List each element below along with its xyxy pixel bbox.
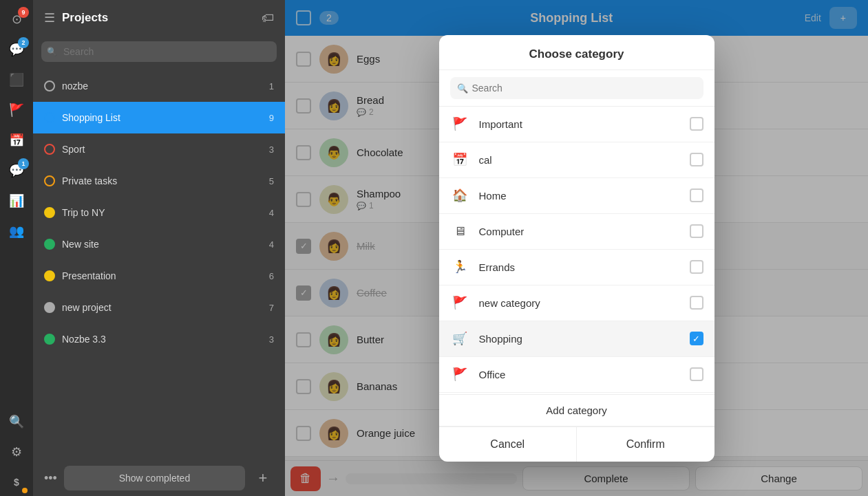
project-dot: [44, 80, 55, 91]
add-category-button[interactable]: Add category: [439, 394, 714, 427]
more-options-button[interactable]: •••: [44, 471, 57, 486]
category-item-computer[interactable]: 🖥 Computer: [439, 214, 714, 250]
sidebar-tag-icon[interactable]: 🏷: [262, 11, 274, 25]
project-dot: [44, 175, 55, 186]
sidebar-footer: ••• Show completed +: [33, 460, 285, 496]
category-item-new-category[interactable]: 🚩 new category: [439, 285, 714, 321]
project-name: new project: [62, 302, 262, 313]
sidebar-item-nozbe-3.3[interactable]: Nozbe 3.3 3: [33, 323, 285, 355]
category-item-errands[interactable]: 🏃 Errands: [439, 250, 714, 285]
sidebar-item-private-tasks[interactable]: Private tasks 5: [33, 165, 285, 197]
project-name: Private tasks: [62, 175, 262, 186]
sidebar-item-presentation[interactable]: Presentation 6: [33, 260, 285, 292]
category-checkbox[interactable]: [690, 260, 703, 274]
icon-bar-messages[interactable]: 💬 2: [3, 36, 30, 63]
category-item-important[interactable]: 🚩 Important: [439, 107, 714, 142]
category-item-office[interactable]: 🚩 Office: [439, 357, 714, 393]
message-badge: 2: [18, 37, 29, 48]
project-dot: [44, 334, 55, 345]
icon-bar-team[interactable]: 👥: [3, 217, 30, 245]
sidebar-search-container: [33, 36, 285, 67]
category-icon: 🚩: [450, 293, 469, 312]
project-name: nozbe: [62, 80, 262, 91]
category-name: Office: [479, 369, 680, 380]
category-modal: Choose category 🚩 Important 📅 cal 🏠 Home…: [439, 35, 714, 462]
category-checkbox[interactable]: [690, 296, 703, 310]
icon-bar-analytics[interactable]: 📊: [3, 187, 30, 215]
add-project-button[interactable]: +: [252, 467, 274, 489]
project-count: 4: [269, 208, 274, 218]
category-checkbox[interactable]: [690, 188, 703, 202]
icon-bar-comments[interactable]: 💬 1: [3, 157, 30, 184]
sidebar-item-new-site[interactable]: New site 4: [33, 228, 285, 260]
project-count: 5: [269, 176, 274, 186]
project-list: nozbe 1 Shopping List 9 Sport 3 Private …: [33, 67, 285, 460]
project-dot: [44, 239, 55, 250]
category-checkbox[interactable]: [690, 153, 703, 166]
icon-bar: ⊙ 9 💬 2 ⬛ 🚩 📅 💬 1 📊 👥 🔍 ⚙ $: [0, 0, 33, 496]
modal-overlay: Choose category 🚩 Important 📅 cal 🏠 Home…: [285, 0, 868, 496]
modal-search-container: [439, 70, 714, 107]
project-count: 9: [269, 113, 274, 123]
sidebar-search-input[interactable]: [41, 41, 277, 62]
category-list: 🚩 Important 📅 cal 🏠 Home 🖥 Computer 🏃 Er…: [439, 107, 714, 394]
category-name: cal: [479, 154, 680, 166]
icon-bar-settings[interactable]: ⚙: [3, 438, 30, 466]
category-icon: 🚩: [450, 114, 469, 133]
project-dot: [44, 207, 55, 218]
category-name: new category: [479, 297, 680, 309]
sidebar-title: Projects: [62, 11, 255, 25]
project-name: Shopping List: [62, 112, 262, 123]
category-icon: 🏠: [450, 186, 469, 205]
modal-cancel-button[interactable]: Cancel: [439, 427, 578, 462]
category-checkbox[interactable]: [690, 224, 703, 238]
category-item-cal[interactable]: 📅 cal: [439, 142, 714, 178]
modal-footer: Cancel Confirm: [439, 427, 714, 462]
icon-bar-calendar[interactable]: 📅: [3, 127, 30, 154]
show-completed-button[interactable]: Show completed: [64, 466, 245, 490]
category-name: Errands: [479, 261, 680, 273]
project-count: 3: [269, 334, 274, 345]
project-name: Trip to NY: [62, 207, 262, 218]
sidebar-item-trip-to-ny[interactable]: Trip to NY 4: [33, 197, 285, 228]
sidebar: ☰ Projects 🏷 nozbe 1 Shopping List 9 Spo…: [33, 0, 285, 496]
sidebar-projects-icon: ☰: [44, 10, 55, 25]
project-name: Nozbe 3.3: [62, 334, 262, 345]
category-checkbox[interactable]: [690, 117, 703, 131]
sidebar-header: ☰ Projects 🏷: [33, 0, 285, 36]
project-name: Presentation: [62, 270, 262, 281]
category-checkbox[interactable]: [690, 367, 703, 381]
modal-search-input[interactable]: [450, 77, 703, 99]
project-count: 1: [269, 81, 274, 91]
project-count: 7: [269, 303, 274, 313]
modal-confirm-button[interactable]: Confirm: [577, 427, 714, 462]
main-content: 2 Shopping List Edit + 👩 Eggs 👩 Bread 💬 …: [285, 0, 868, 496]
category-icon: 🛒: [450, 329, 469, 348]
modal-title: Choose category: [529, 47, 624, 61]
icon-bar-billing[interactable]: $: [3, 468, 30, 496]
project-count: 3: [269, 144, 274, 155]
sidebar-item-sport[interactable]: Sport 3: [33, 133, 285, 165]
project-dot: [44, 270, 55, 281]
icon-bar-notifications[interactable]: ⊙ 9: [3, 6, 30, 33]
category-icon: 🏃: [450, 257, 469, 277]
category-icon: 🚩: [450, 365, 469, 384]
icon-bar-projects[interactable]: ⬛: [3, 66, 30, 94]
project-name: New site: [62, 239, 262, 250]
modal-header: Choose category: [439, 35, 714, 70]
category-icon: 🖥: [450, 222, 469, 241]
icon-bar-flags[interactable]: 🚩: [3, 96, 30, 124]
sidebar-item-new-project[interactable]: new project 7: [33, 292, 285, 323]
sidebar-item-shopping-list[interactable]: Shopping List 9: [33, 102, 285, 133]
project-count: 4: [269, 239, 274, 250]
category-item-shopping[interactable]: 🛒 Shopping ✓: [439, 321, 714, 357]
category-item-home[interactable]: 🏠 Home: [439, 178, 714, 214]
sidebar-item-nozbe[interactable]: nozbe 1: [33, 70, 285, 102]
project-count: 6: [269, 271, 274, 281]
icon-bar-search[interactable]: 🔍: [3, 408, 30, 435]
category-checkbox[interactable]: ✓: [690, 332, 703, 345]
category-name: Computer: [479, 226, 680, 237]
project-name: Sport: [62, 144, 262, 155]
project-dot: [44, 144, 55, 155]
category-name: Important: [479, 118, 680, 130]
